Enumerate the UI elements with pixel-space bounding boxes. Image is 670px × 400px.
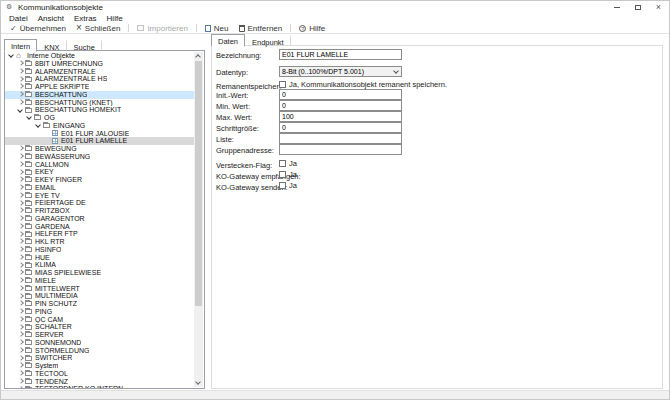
toolbar-button-bernehmen[interactable]: Übernehmen [5,24,71,33]
tree-item-ekey[interactable]: EKEY [5,168,194,176]
chevron-collapsed-icon[interactable] [18,286,23,291]
tree-item-schalter[interactable]: SCHALTER [5,323,194,331]
tree-item-beschattung[interactable]: BESCHATTUNG [5,91,194,99]
text-input-max-wert[interactable]: 100 [279,111,402,122]
text-input-min-wert[interactable]: 0 [279,100,402,111]
chevron-collapsed-icon[interactable] [18,309,23,314]
chevron-collapsed-icon[interactable] [18,325,23,330]
chevron-collapsed-icon[interactable] [18,263,23,268]
tree-item-e01-flur-lamelle[interactable]: E01 FLUR LAMELLE [5,137,194,145]
tree-item-garagentor[interactable]: GARAGENTOR [5,215,194,223]
chevron-collapsed-icon[interactable] [18,61,23,66]
minimize-button[interactable] [606,1,627,13]
text-input-gruppenadresse[interactable] [279,144,402,155]
tree-item-sonnemond[interactable]: SONNEMOND [5,339,194,347]
checkbox-remanentspeicher[interactable] [279,81,286,88]
tree-item-eingang[interactable]: EINGANG [5,122,194,130]
tree-item-ekey-finger[interactable]: EKEY FINGER [5,176,194,184]
chevron-collapsed-icon[interactable] [18,224,23,229]
toolbar-button-entfernen[interactable]: Entfernen [234,24,288,33]
tree-item-miele[interactable]: MIELE [5,277,194,285]
tree-item-callmon[interactable]: CALLMON [5,161,194,169]
tree-item-e01-flur-jalousie[interactable]: E01 FLUR JALOUSIE [5,130,194,138]
right-tab-endpunkt[interactable]: Endpunkt [245,35,291,46]
tree-item-og[interactable]: OG [5,114,194,122]
text-input-schrittgr-e[interactable]: 0 [279,122,402,133]
menu-item-hilfe[interactable]: Hilfe [102,14,128,23]
tree-item-klima[interactable]: KLIMA [5,261,194,269]
chevron-collapsed-icon[interactable] [18,363,23,368]
chevron-expanded-icon[interactable] [36,123,41,128]
text-input-init-wert[interactable]: 0 [279,89,402,100]
tree-item-bew-sserung[interactable]: BEWÄSSERUNG [5,153,194,161]
chevron-collapsed-icon[interactable] [18,239,23,244]
tree-item-alarmzentrale-hs[interactable]: ALARMZENTRALE HS [5,75,194,83]
scroll-down-icon[interactable] [194,378,203,387]
tree-item-hue[interactable]: HUE [5,254,194,262]
chevron-expanded-icon[interactable] [18,108,23,113]
select-datentyp[interactable]: 8-Bit (0..100%/DPT 5.001) [279,66,402,77]
tree-item-mias-spielewiese[interactable]: MIAS SPIELEWIESE [5,269,194,277]
tree-item-server[interactable]: SERVER [5,331,194,339]
scrollbar-thumb[interactable] [195,61,202,306]
chevron-collapsed-icon[interactable] [18,201,23,206]
chevron-collapsed-icon[interactable] [18,317,23,322]
text-input-bezeichnung[interactable]: E01 FLUR LAMELLE [279,49,402,60]
tree-item-feiertage-de[interactable]: FEIERTAGE DE [5,199,194,207]
checkbox-ko-gateway-empfangen[interactable] [279,171,286,178]
tree-item-testordner-ko-intern[interactable]: TESTORDNER KO INTERN [5,385,194,388]
tree-item-beschattung-homekit[interactable]: BESCHATTUNG HOMEKIT [5,106,194,114]
chevron-collapsed-icon[interactable] [18,100,23,105]
tree-item-interne-objekte[interactable]: Interne Objekte [5,52,194,60]
tree-item-bewegung[interactable]: BEWEGUNG [5,145,194,153]
chevron-collapsed-icon[interactable] [18,162,23,167]
tree-item-pin-schutz[interactable]: PIN SCHUTZ [5,300,194,308]
menu-item-ansicht[interactable]: Ansicht [33,14,69,23]
tree-item-tendenz[interactable]: TENDENZ [5,378,194,386]
tree-item-eye-tv[interactable]: EYE TV [5,192,194,200]
left-tab-intern[interactable]: Intern [4,39,37,52]
toolbar-button-schlie-en[interactable]: Schließen [71,24,125,33]
tree-item-ping[interactable]: PING [5,308,194,316]
tree-item-qc-cam[interactable]: QC CAM [5,316,194,324]
chevron-collapsed-icon[interactable] [18,356,23,361]
chevron-collapsed-icon[interactable] [18,185,23,190]
tree-scrollbar[interactable] [194,52,203,387]
chevron-collapsed-icon[interactable] [18,84,23,89]
maximize-button[interactable] [627,1,648,13]
tree-item-apple-skripte[interactable]: APPLE SKRIPTE [5,83,194,91]
chevron-collapsed-icon[interactable] [18,154,23,159]
chevron-collapsed-icon[interactable] [18,255,23,260]
chevron-collapsed-icon[interactable] [18,208,23,213]
close-button[interactable]: × [648,1,669,13]
chevron-collapsed-icon[interactable] [18,232,23,237]
chevron-collapsed-icon[interactable] [18,177,23,182]
chevron-collapsed-icon[interactable] [18,77,23,82]
text-input-liste[interactable] [279,133,402,144]
chevron-collapsed-icon[interactable] [18,371,23,376]
tree-item-gardena[interactable]: GARDENA [5,223,194,231]
tree-item-email[interactable]: EMAIL [5,184,194,192]
chevron-expanded-icon[interactable] [27,115,32,120]
chevron-collapsed-icon[interactable] [18,278,23,283]
tree-item-helfer-ftp[interactable]: HELFER FTP [5,230,194,238]
tree-item-st-rmeldung[interactable]: STÖRMELDUNG [5,347,194,355]
tree-item-tectool[interactable]: TECTOOL [5,370,194,378]
chevron-collapsed-icon[interactable] [18,170,23,175]
left-tab-suche[interactable]: Suche [67,40,102,51]
tree-item-switcher[interactable]: SWITCHER [5,354,194,362]
chevron-collapsed-icon[interactable] [18,270,23,275]
tree-item-fritzbox[interactable]: FRITZBOX [5,207,194,215]
chevron-collapsed-icon[interactable] [18,387,23,388]
chevron-collapsed-icon[interactable] [18,294,23,299]
chevron-expanded-icon[interactable] [9,53,14,58]
tree-item-hsinfo[interactable]: HSINFO [5,246,194,254]
scroll-up-icon[interactable] [194,52,203,61]
chevron-collapsed-icon[interactable] [18,193,23,198]
tree-item-hkl-rtr[interactable]: HKL RTR [5,238,194,246]
chevron-collapsed-icon[interactable] [18,348,23,353]
menu-item-datei[interactable]: Datei [4,14,33,23]
tree-item-mittelwert[interactable]: MITTELWERT [5,285,194,293]
toolbar-button-neu[interactable]: Neu [200,24,234,33]
menu-item-extras[interactable]: Extras [69,14,102,23]
